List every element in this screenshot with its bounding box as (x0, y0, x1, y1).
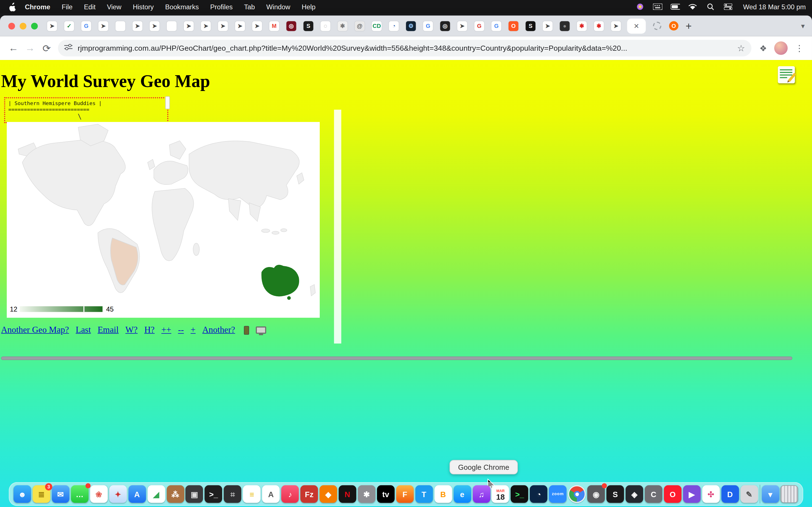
close-tab-icon[interactable]: ✕ (633, 22, 639, 30)
dock-item-finder[interactable]: ☻ (13, 485, 31, 503)
dock-item-movies[interactable]: ▶ (683, 485, 700, 503)
dock-item-camera[interactable]: ▣ (186, 485, 203, 503)
dock-item-downloads[interactable]: ▾ (762, 485, 779, 503)
dock-item-github[interactable]: ◈ (626, 485, 643, 503)
page-link[interactable]: Email (98, 325, 119, 335)
dock-item-podcasts[interactable]: ♫ (472, 485, 490, 503)
menu-bar-clock[interactable]: Wed 18 Mar 5:00 pm (743, 3, 806, 11)
active-tab[interactable]: ✕ (627, 18, 646, 33)
dock-item-app-store[interactable]: A (128, 485, 146, 503)
geo-map[interactable] (7, 122, 319, 300)
region-indonesia-3[interactable] (281, 229, 287, 232)
dock-item-chrome[interactable] (568, 485, 586, 503)
pinned-tab-19[interactable]: CD (372, 21, 382, 31)
dock-item-music[interactable]: ♪ (282, 485, 299, 503)
address-bar[interactable]: rjmprogramming.com.au/PHP/GeoChart/geo_c… (58, 40, 751, 56)
pinned-tab-24[interactable]: ➤ (457, 21, 467, 31)
dock-item-photos[interactable]: ❀ (90, 485, 107, 503)
dock-item-orange-app[interactable]: ◆ (319, 485, 337, 503)
region-asia[interactable] (189, 141, 299, 207)
pinned-tab-16[interactable]: ◌ (320, 21, 331, 31)
pinned-tab-14[interactable]: ◎ (287, 21, 296, 31)
region-madagascar[interactable] (193, 243, 199, 256)
page-link[interactable]: Last (76, 325, 91, 335)
pinned-tab-31[interactable]: ✱ (577, 21, 587, 31)
pinned-tab-11[interactable]: ➤ (235, 21, 245, 31)
pinned-tab-9[interactable]: ➤ (201, 21, 211, 31)
page-link[interactable]: -- (178, 325, 184, 335)
apple-menu-icon[interactable] (9, 3, 17, 11)
reload-button[interactable]: ⟳ (38, 40, 55, 56)
extensions-icon[interactable]: ❖ (760, 43, 767, 53)
dock-item-zoom[interactable]: zoom (549, 485, 566, 503)
pinned-tab-5[interactable]: ➤ (133, 21, 142, 31)
pinned-tab-3[interactable]: ➤ (98, 21, 108, 31)
dock-item-textedit[interactable]: A (262, 485, 280, 503)
pinned-tab-6[interactable]: ➤ (150, 21, 160, 31)
dock-item-books[interactable]: B (434, 485, 452, 503)
zoom-window-button[interactable] (31, 22, 38, 29)
region-india[interactable] (229, 199, 241, 220)
region-north-america[interactable] (22, 140, 125, 226)
region-japan[interactable] (297, 173, 304, 184)
dock-item-settings[interactable]: ✱ (358, 485, 375, 503)
dock-item-terminal[interactable]: >_ (205, 485, 222, 503)
menu-item-tab[interactable]: Tab (244, 3, 255, 11)
pinned-tab-10[interactable]: ➤ (218, 21, 228, 31)
pinned-tab-26[interactable]: G (492, 21, 501, 31)
menu-kebab-icon[interactable]: ⋮ (795, 43, 804, 54)
site-settings-icon[interactable] (64, 43, 72, 53)
dock-item-cat-app[interactable]: C (645, 485, 662, 503)
dock-item-sketch[interactable]: S (606, 485, 624, 503)
keyboard-icon[interactable] (653, 3, 662, 10)
details-marker[interactable] (165, 96, 170, 109)
region-uk[interactable] (147, 159, 155, 170)
dock-item-calendar[interactable]: MAR18 (492, 485, 509, 503)
dashed-circle-tab-icon[interactable] (653, 22, 661, 30)
pinned-tab-2[interactable]: G (81, 21, 91, 31)
bookmark-star-icon[interactable]: ☆ (732, 43, 745, 54)
colorful-status-icon[interactable] (635, 3, 645, 10)
pinned-tab-0[interactable]: ➤ (47, 21, 57, 31)
menu-item-view[interactable]: View (107, 3, 121, 11)
profile-avatar[interactable] (774, 41, 788, 55)
menu-item-bookmarks[interactable]: Bookmarks (165, 3, 199, 11)
dock-item-opera[interactable]: O (664, 485, 681, 503)
dock-item-docker[interactable]: D (721, 485, 739, 503)
region-indonesia-2[interactable] (272, 231, 279, 234)
dock-item-netflix[interactable]: N (339, 485, 356, 503)
back-button[interactable]: ← (5, 40, 22, 56)
dock-item-notes[interactable]: ≡ (243, 485, 260, 503)
region-africa[interactable] (152, 188, 194, 261)
dock-item-terminal-2[interactable]: >_ (511, 485, 528, 503)
region-new-zealand[interactable] (310, 284, 315, 296)
minimize-window-button[interactable] (20, 22, 27, 29)
pinned-tab-32[interactable]: ✱ (594, 21, 604, 31)
region-scandinavia[interactable] (169, 141, 186, 159)
menu-item-profiles[interactable]: Profiles (210, 3, 233, 11)
dock-item-trash[interactable] (781, 485, 798, 503)
new-tab-button[interactable]: + (686, 20, 692, 31)
url-text[interactable]: rjmprogramming.com.au/PHP/GeoChart/geo_c… (78, 44, 627, 52)
pinned-tab-8[interactable]: ➤ (184, 21, 194, 31)
page-link[interactable]: W? (125, 325, 138, 335)
notes-widget-icon[interactable] (778, 66, 795, 83)
search-icon[interactable] (706, 3, 715, 10)
phone-icon[interactable] (244, 326, 249, 334)
pinned-tab-27[interactable]: O (509, 21, 518, 31)
dock-item-launchpad[interactable]: ⌗ (224, 485, 241, 503)
dock-item-firefox[interactable]: F (396, 485, 414, 503)
orange-tab-icon[interactable]: O (669, 21, 678, 31)
dock-item-maps[interactable]: ◢ (147, 485, 165, 503)
pinned-tab-21[interactable]: ⚙ (406, 21, 416, 31)
battery-icon[interactable] (670, 3, 680, 10)
tab-search-chevron-icon[interactable]: ▾ (801, 22, 805, 30)
menu-item-edit[interactable]: Edit (84, 3, 96, 11)
pinned-tab-25[interactable]: G (474, 21, 484, 31)
country-australia[interactable] (261, 265, 299, 296)
page-link[interactable]: ++ (161, 325, 171, 335)
region-tasmania[interactable] (287, 296, 291, 300)
dock-item-photo-booth[interactable]: ◉ (587, 485, 605, 503)
pinned-tab-28[interactable]: S (525, 21, 536, 31)
dock-item-browser-e[interactable]: e (453, 485, 471, 503)
